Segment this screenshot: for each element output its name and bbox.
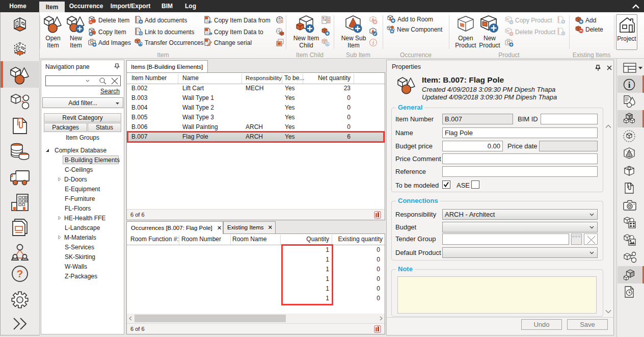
svg-text:i: i [372,39,374,46]
svg-text:i: i [628,80,631,90]
svg-text:?: ? [17,268,23,279]
